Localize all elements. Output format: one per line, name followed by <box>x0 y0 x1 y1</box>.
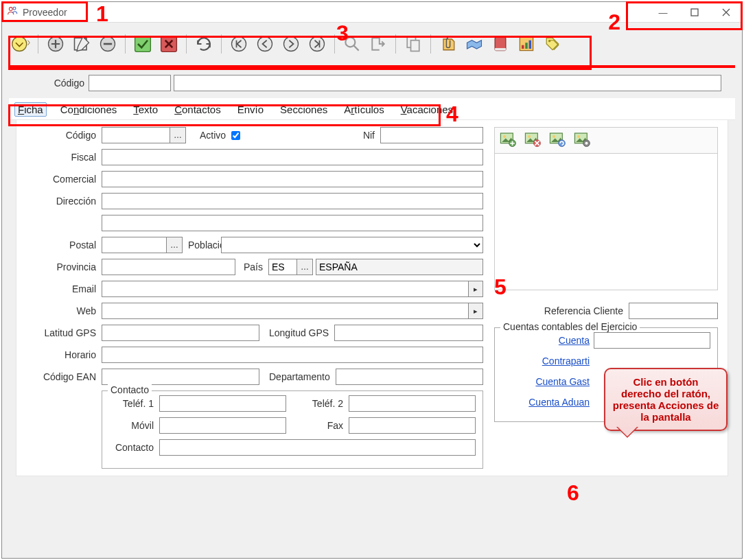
contacto-label: Contacto <box>109 442 154 453</box>
ref-cliente-label: Referencia Cliente <box>494 305 623 316</box>
web-label: Web <box>26 305 96 316</box>
svg-point-30 <box>553 135 555 138</box>
provincia-input[interactable] <box>102 259 235 275</box>
cuenta-gasto-link[interactable]: Cuenta Gast <box>535 376 590 387</box>
window-title: Proveedor <box>23 7 67 18</box>
ref-cliente-input[interactable] <box>629 303 718 319</box>
activo-checkbox[interactable] <box>231 131 240 140</box>
toolbar-area <box>2 23 742 64</box>
svg-point-10 <box>258 37 272 51</box>
next-button[interactable] <box>279 32 303 56</box>
svg-rect-20 <box>525 43 528 49</box>
codigo-input[interactable] <box>102 127 170 143</box>
copy-button[interactable] <box>402 32 425 56</box>
accept-button[interactable] <box>131 32 154 56</box>
tab-envio[interactable]: Envío <box>235 102 266 117</box>
poblacion-select[interactable] <box>221 237 483 253</box>
fax-input[interactable] <box>349 417 476 434</box>
remove-button[interactable] <box>96 32 119 56</box>
book-red-button[interactable] <box>489 32 512 56</box>
movil-input[interactable] <box>159 417 286 434</box>
codigo-lookup-button[interactable]: … <box>170 127 186 143</box>
dropdown-button[interactable] <box>9 32 32 56</box>
nif-input[interactable] <box>380 127 483 143</box>
first-button[interactable] <box>227 32 251 56</box>
email-input[interactable] <box>102 281 469 297</box>
handshake-button[interactable] <box>463 32 486 56</box>
image-refresh-button[interactable] <box>548 130 566 150</box>
header-codigo-input[interactable] <box>89 75 171 91</box>
image-view-button[interactable] <box>573 130 591 150</box>
svg-rect-19 <box>522 45 524 49</box>
lat-input[interactable] <box>102 325 259 341</box>
pais-name-display <box>316 259 483 275</box>
cuenta-aduana-link[interactable]: Cuenta Aduan <box>528 397 590 408</box>
export-button[interactable] <box>367 32 390 56</box>
cuenta-link[interactable]: Cuenta <box>559 335 590 346</box>
callout-text: Clic en botón derecho del ratón, present… <box>613 376 719 423</box>
telef2-input[interactable] <box>349 395 476 412</box>
contacto-legend: Contacto <box>108 384 152 395</box>
image-add-button[interactable] <box>499 130 517 150</box>
postal-input[interactable] <box>102 237 167 253</box>
search-button[interactable] <box>340 32 364 56</box>
chart-button[interactable] <box>515 32 538 56</box>
edit-button[interactable] <box>70 32 93 56</box>
ean-input[interactable] <box>102 369 259 385</box>
image-delete-button[interactable] <box>524 130 542 150</box>
cuentas-legend: Cuentas contables del Ejercicio <box>500 321 640 332</box>
pais-lookup-button[interactable]: … <box>297 259 313 275</box>
minimize-button[interactable]: — <box>647 2 679 23</box>
pais-code-input[interactable] <box>268 259 297 275</box>
tab-contactos[interactable]: Contactos <box>172 102 224 117</box>
comercial-input[interactable] <box>102 171 483 187</box>
close-button[interactable] <box>710 2 742 23</box>
window-controls: — <box>647 2 742 23</box>
lon-label: Longitud GPS <box>269 327 329 338</box>
lon-input[interactable] <box>334 325 483 341</box>
tab-condiciones[interactable]: Condiciones <box>58 102 120 117</box>
contacto-input[interactable] <box>159 439 476 456</box>
tags-button[interactable] <box>541 32 564 56</box>
separator <box>430 34 431 54</box>
cuenta-input[interactable] <box>594 332 710 349</box>
form-left-column: Código … Activo Nif Fiscal Comercial Dir… <box>26 127 483 469</box>
direccion-input[interactable] <box>102 193 483 209</box>
tab-articulos[interactable]: Artículos <box>341 102 386 117</box>
lat-label: Latitud GPS <box>26 327 96 338</box>
codigo-label: Código <box>26 130 96 141</box>
web-input[interactable] <box>102 303 469 319</box>
telef1-input[interactable] <box>159 395 286 412</box>
prev-button[interactable] <box>253 32 277 56</box>
cancel-button[interactable] <box>157 32 181 56</box>
web-action-button[interactable]: ▸ <box>468 303 483 319</box>
header-name-input[interactable] <box>174 75 721 91</box>
maximize-button[interactable] <box>679 2 710 23</box>
depto-input[interactable] <box>336 369 483 385</box>
separator <box>125 34 126 54</box>
svg-point-1 <box>13 7 16 10</box>
svg-rect-2 <box>691 9 698 16</box>
svg-point-0 <box>9 7 12 10</box>
direccion2-input[interactable] <box>102 215 483 231</box>
tab-vacaciones[interactable]: Vacaciones <box>398 102 456 117</box>
add-button[interactable] <box>44 32 67 56</box>
direccion-label: Dirección <box>26 196 96 207</box>
activo-label: Activo <box>200 130 226 141</box>
fiscal-input[interactable] <box>102 149 483 165</box>
contrapartida-link[interactable]: Contraparti <box>542 355 590 366</box>
last-button[interactable] <box>305 32 329 56</box>
attach-button[interactable] <box>437 32 460 56</box>
fax-label: Fax <box>292 420 343 431</box>
postal-lookup-button[interactable]: … <box>166 237 183 253</box>
refresh-button[interactable] <box>192 32 216 56</box>
tab-ficha[interactable]: Ficha <box>14 102 47 117</box>
tab-secciones[interactable]: Secciones <box>277 102 330 117</box>
horario-input[interactable] <box>102 347 483 363</box>
comercial-label: Comercial <box>26 174 96 185</box>
svg-point-13 <box>345 37 355 47</box>
tab-texto[interactable]: Texto <box>130 102 161 117</box>
provincia-label: Provincia <box>26 261 96 272</box>
email-action-button[interactable]: ▸ <box>468 281 483 297</box>
window-frame: Proveedor — <box>1 1 743 559</box>
